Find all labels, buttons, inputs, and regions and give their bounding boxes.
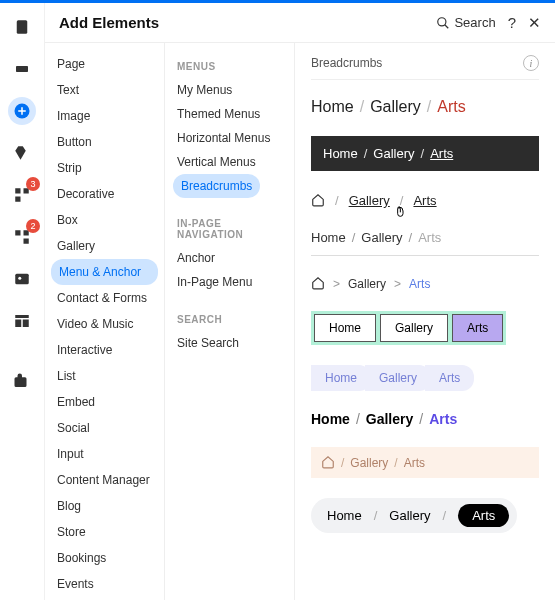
svg-point-14 (438, 17, 446, 25)
category-item[interactable]: Video & Music (45, 311, 164, 337)
business-icon[interactable] (8, 367, 36, 395)
category-item[interactable]: Bookings (45, 545, 164, 571)
breadcrumb-preview-1[interactable]: Home/Gallery/Arts (311, 98, 539, 116)
category-item[interactable]: Box (45, 207, 164, 233)
panel-title: Add Elements (59, 14, 159, 31)
category-item[interactable]: Menu & Anchor (51, 259, 158, 285)
breadcrumb-preview-9[interactable]: /Gallery/Arts (311, 447, 539, 478)
category-item[interactable]: Image (45, 103, 164, 129)
section-icon[interactable] (8, 55, 36, 83)
svg-rect-11 (15, 315, 29, 318)
svg-rect-6 (15, 230, 20, 235)
svg-rect-5 (15, 197, 20, 202)
close-button[interactable]: ✕ (528, 14, 541, 32)
home-icon (311, 276, 325, 290)
crumb-gallery: Gallery (365, 365, 431, 391)
apps2-icon[interactable]: 2 (8, 223, 36, 251)
theme-icon[interactable] (8, 139, 36, 167)
separator-slash: / (421, 146, 425, 161)
crumb-gallery: Gallery (366, 411, 413, 427)
panel-header: Add Elements Search ? ✕ (45, 3, 555, 43)
pages-icon[interactable] (8, 13, 36, 41)
crumb-gallery: Gallery (348, 277, 386, 291)
search-button[interactable]: Search (436, 15, 495, 30)
left-toolbar: 3 2 (0, 3, 45, 600)
category-item[interactable]: Content Manager (45, 467, 164, 493)
category-item[interactable]: List (45, 363, 164, 389)
media-icon[interactable] (8, 265, 36, 293)
breadcrumb-preview-10[interactable]: Home/Gallery/Arts (311, 498, 517, 533)
category-item[interactable]: Events (45, 571, 164, 597)
breadcrumb-preview-3[interactable]: /Gallery/Arts (311, 191, 539, 210)
subcategory-item[interactable]: In-Page Menu (165, 270, 294, 294)
category-item[interactable]: Page (45, 51, 164, 77)
category-item[interactable]: Embed (45, 389, 164, 415)
preview-title: Breadcrumbs (311, 56, 382, 70)
category-item[interactable]: Decorative (45, 181, 164, 207)
crumb-arts: Arts (429, 411, 457, 427)
breadcrumb-preview-5[interactable]: >Gallery>Arts (311, 276, 539, 291)
breadcrumb-preview-6[interactable]: HomeGalleryArts (311, 311, 506, 345)
category-item[interactable]: Social (45, 415, 164, 441)
separator-slash: / (419, 411, 423, 427)
crumb-home: Home (327, 508, 362, 523)
category-column: PageTextImageButtonStripDecorativeBoxGal… (45, 43, 165, 600)
breadcrumb-preview-7[interactable]: HomeGalleryArts (311, 365, 539, 391)
crumb-home: Home (311, 365, 371, 391)
crumb-home: Home (314, 314, 376, 342)
breadcrumb-preview-8[interactable]: Home/Gallery/Arts (311, 411, 539, 427)
svg-rect-9 (15, 274, 29, 285)
crumb-gallery: Gallery (380, 314, 448, 342)
subcategory-item[interactable]: Anchor (165, 246, 294, 270)
category-item[interactable]: Blog (45, 493, 164, 519)
cursor-icon (393, 205, 409, 224)
subcategory-item[interactable]: Vertical Menus (165, 150, 294, 174)
svg-rect-12 (15, 320, 21, 328)
category-item[interactable]: Text (45, 77, 164, 103)
crumb-home: Home (311, 230, 346, 245)
breadcrumb-preview-4[interactable]: Home/Gallery/Arts (311, 230, 539, 256)
category-item[interactable]: Gallery (45, 233, 164, 259)
separator-slash: / (374, 508, 378, 523)
category-item[interactable]: Store (45, 519, 164, 545)
add-element-icon[interactable] (8, 97, 36, 125)
separator-slash: / (409, 230, 413, 245)
apps-icon[interactable]: 3 (8, 181, 36, 209)
subcategory-item[interactable]: Site Search (165, 331, 294, 355)
crumb-arts: Arts (425, 365, 474, 391)
crumb-arts: Arts (452, 314, 503, 342)
subcategory-item[interactable]: Themed Menus (165, 102, 294, 126)
svg-point-10 (18, 277, 21, 280)
crumb-arts: Arts (458, 504, 509, 527)
separator-slash: / (394, 456, 397, 470)
search-label: Search (454, 15, 495, 30)
info-icon[interactable]: i (523, 55, 539, 71)
category-item[interactable]: Contact & Forms (45, 285, 164, 311)
subcategory-item[interactable]: Breadcrumbs (173, 174, 260, 198)
breadcrumb-preview-2[interactable]: Home/Gallery/Arts (311, 136, 539, 171)
svg-rect-1 (16, 66, 28, 72)
separator-slash: / (360, 98, 364, 115)
crumb-gallery: Gallery (361, 230, 402, 245)
subcategory-item[interactable]: Horizontal Menus (165, 126, 294, 150)
category-item[interactable]: Button (45, 129, 164, 155)
crumb-home: Home (311, 98, 354, 115)
home-icon (321, 455, 335, 469)
separator-slash: / (443, 508, 447, 523)
svg-rect-3 (15, 188, 20, 193)
category-item[interactable]: Strip (45, 155, 164, 181)
crumb-home: Home (311, 411, 350, 427)
crumb-gallery: Gallery (370, 98, 421, 115)
crumb-gallery: Gallery (350, 456, 388, 470)
subcategory-item[interactable]: My Menus (165, 78, 294, 102)
crumb-arts: Arts (430, 146, 453, 161)
category-item[interactable]: Interactive (45, 337, 164, 363)
category-item[interactable]: Input (45, 441, 164, 467)
help-button[interactable]: ? (508, 14, 516, 31)
home-icon (311, 193, 325, 207)
layout-icon[interactable] (8, 307, 36, 335)
separator-slash: / (427, 98, 431, 115)
separator-chevron: > (333, 277, 340, 291)
subcategory-header: MENUS (165, 55, 294, 78)
subcategory-column: MENUSMy MenusThemed MenusHorizontal Menu… (165, 43, 295, 600)
